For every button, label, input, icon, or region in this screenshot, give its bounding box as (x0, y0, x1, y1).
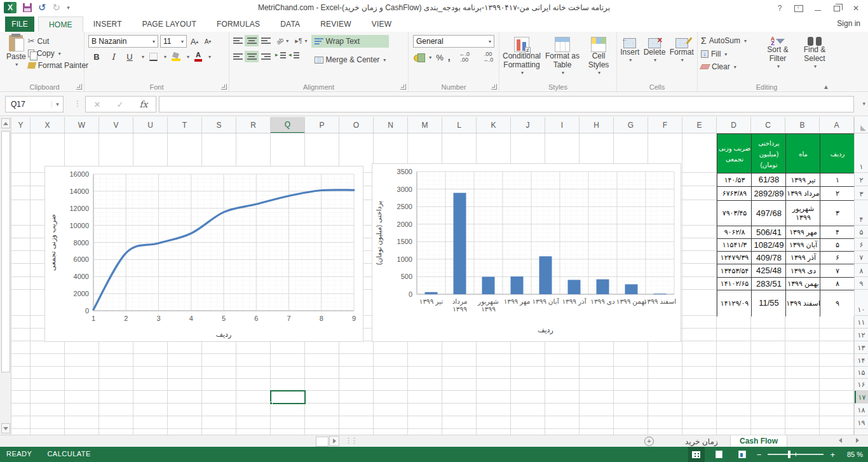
sort-filter-button[interactable]: AZ Sort & Filter ▾ (759, 35, 796, 72)
table-header-payment[interactable]: پرداختی (میلیون تومان) (751, 133, 786, 173)
cancel-icon[interactable]: ✕ (94, 100, 101, 109)
underline-dropdown-icon[interactable]: ▾ (142, 54, 144, 60)
increase-decimal-button[interactable]: ←.0 .00 (455, 51, 474, 63)
scroll-up-button[interactable] (1, 118, 10, 128)
tab-insert[interactable]: INSERT (83, 17, 132, 32)
column-header-U[interactable]: U (133, 117, 168, 133)
row-header-2[interactable]: ۲ (855, 173, 868, 186)
column-header-Y[interactable]: Y (11, 117, 31, 133)
rtl-direction-icon[interactable]: ▸¶ (295, 37, 302, 45)
comma-style-button[interactable]: , (448, 52, 451, 62)
bar-series-bar[interactable] (568, 280, 581, 294)
row-header-3[interactable]: ۳ (855, 186, 868, 200)
increase-indent-icon[interactable] (276, 52, 286, 59)
grid[interactable]: ضریب وزنی تجمعیپرداختی (میلیون تومان)ماه… (11, 133, 854, 435)
format-cells-button[interactable]: Format ▾ (670, 36, 694, 63)
formula-input[interactable] (159, 96, 854, 112)
sign-in-link[interactable]: Sign in (837, 19, 860, 28)
table-cell-month[interactable]: آذر ۱۳۹۹ (785, 251, 820, 264)
table-cell-index[interactable]: ۵ (820, 238, 854, 252)
column-header-L[interactable]: L (442, 117, 477, 133)
table-header-month[interactable]: ماه (785, 133, 820, 173)
column-header-F[interactable]: F (648, 117, 682, 133)
zoom-slider-thumb[interactable] (788, 451, 790, 458)
merge-center-button[interactable]: Merge & Center▾ (311, 53, 390, 66)
table-cell-index[interactable]: ۳ (820, 200, 854, 226)
table-cell-payment[interactable]: 1082/49 (751, 238, 786, 252)
font-color-dropdown-icon[interactable]: ▾ (208, 54, 211, 60)
autosum-button[interactable]: ΣAutoSum▾ (699, 35, 759, 46)
table-cell-payment[interactable]: 506/41 (751, 226, 786, 239)
sheet-tab-zaman-kharid[interactable]: زمان خرید (676, 435, 727, 447)
row-header-15[interactable]: ۱۵ (855, 367, 868, 379)
table-cell-month[interactable]: شهریور ۱۳۹۹ (785, 200, 820, 226)
column-header-M[interactable]: M (408, 117, 442, 133)
collapse-ribbon-icon[interactable]: ▲ (823, 83, 829, 90)
line-chart-object[interactable]: 0200040006000800010000120001400016000123… (44, 166, 363, 342)
bar-series-bar[interactable] (425, 292, 438, 294)
select-all-button[interactable] (854, 117, 868, 133)
table-cell-cumulative[interactable]: ۱۲۴۷۹/۳۹ (717, 251, 752, 264)
column-header-D[interactable]: D (717, 117, 751, 133)
format-as-table-button[interactable]: Format as Table ▾ (543, 35, 581, 76)
column-header-R[interactable]: R (236, 117, 271, 133)
align-left-button[interactable] (231, 51, 245, 62)
find-select-button[interactable]: Find & Select ▾ (796, 35, 833, 72)
name-box[interactable]: Q17 ▾ (5, 96, 64, 112)
clear-button[interactable]: Clear▾ (699, 62, 759, 72)
tab-formulas[interactable]: FORMULAS (207, 17, 270, 32)
format-painter-button[interactable]: Format Painter (26, 60, 90, 71)
scroll-right-button[interactable] (329, 436, 339, 446)
copy-button[interactable]: Copy▾ (26, 48, 90, 58)
column-header-I[interactable]: I (545, 117, 580, 133)
table-cell-payment[interactable]: 497/68 (751, 200, 786, 226)
bar-series-bar[interactable] (654, 294, 667, 294)
cut-button[interactable]: ✂Cut (26, 36, 90, 46)
zoom-in-button[interactable]: + (830, 450, 835, 459)
column-header-S[interactable]: S (202, 117, 236, 133)
table-cell-payment[interactable]: 11/55 (751, 290, 786, 316)
row-header-18[interactable]: ۱۸ (855, 404, 868, 416)
table-cell-cumulative[interactable]: ۱۳۴۵۳/۵۴ (717, 264, 752, 278)
column-header-N[interactable]: N (374, 117, 408, 133)
sheet-tab-cash-flow[interactable]: Cash Flow (730, 435, 787, 447)
column-header-K[interactable]: K (477, 117, 511, 133)
tab-view[interactable]: VIEW (362, 17, 402, 32)
bar-series-bar[interactable] (597, 280, 609, 294)
orientation-icon[interactable]: ab (275, 36, 285, 45)
zoom-level[interactable]: 85 % (841, 451, 863, 458)
column-header-G[interactable]: G (614, 117, 648, 133)
bar-series-bar[interactable] (511, 276, 524, 294)
row-header-7[interactable]: ۷ (855, 251, 868, 264)
row-header-6[interactable]: ۶ (855, 238, 868, 251)
bottom-align-button[interactable] (259, 35, 273, 46)
table-cell-index[interactable]: ۱ (820, 173, 854, 187)
insert-cells-button[interactable]: Insert ▾ (620, 36, 639, 63)
tab-home[interactable]: HOME (38, 17, 83, 32)
column-header-E[interactable]: E (682, 117, 717, 133)
shrink-font-button[interactable]: A▾ (202, 35, 214, 48)
row-header-10[interactable]: ۱۰ (855, 290, 868, 316)
table-cell-index[interactable]: ۶ (820, 251, 854, 264)
minimize-icon[interactable] (808, 1, 827, 15)
column-header-W[interactable]: W (65, 117, 99, 133)
selected-cell[interactable] (270, 390, 306, 404)
table-cell-cumulative[interactable]: ۶۷۶۳/۸۹ (717, 186, 752, 201)
row-header-11[interactable]: ۱۱ (855, 316, 868, 329)
wrap-text-button[interactable]: Wrap Text (311, 35, 390, 48)
table-cell-cumulative[interactable]: ۹۰۶۲/۸ (717, 226, 752, 239)
fill-handle[interactable] (269, 402, 273, 405)
column-header-C[interactable]: C (751, 117, 785, 133)
bar-series-bar[interactable] (454, 193, 466, 294)
table-cell-month[interactable]: بهمن ۱۳۹۹ (785, 277, 820, 290)
borders-icon[interactable] (149, 53, 158, 61)
column-header-O[interactable]: O (339, 117, 374, 133)
previous-sheet-icon[interactable] (839, 438, 842, 443)
fill-color-dropdown-icon[interactable]: ▾ (187, 54, 189, 60)
decrease-indent-icon[interactable] (290, 52, 299, 59)
top-align-button[interactable] (231, 35, 245, 46)
bar-series-bar[interactable] (482, 277, 495, 294)
number-dialog-launcher-icon[interactable] (491, 84, 497, 90)
column-header-X[interactable]: X (31, 117, 65, 133)
column-header-B[interactable]: B (785, 117, 820, 133)
